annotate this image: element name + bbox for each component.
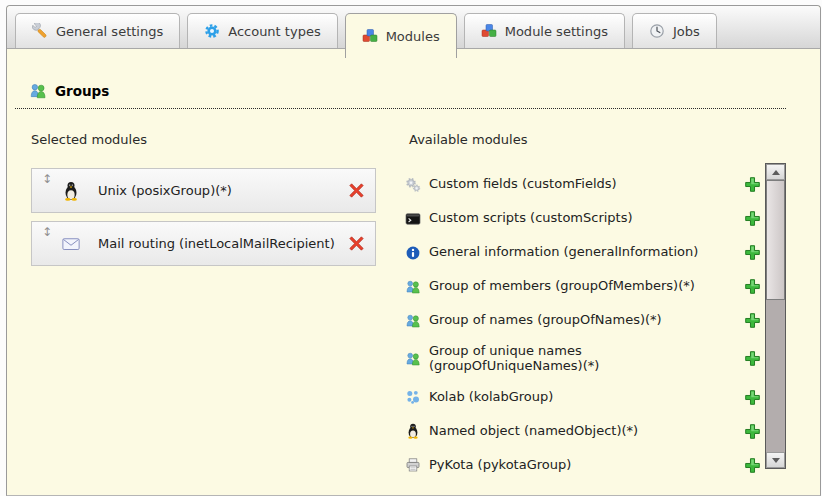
delete-icon (348, 182, 365, 199)
tab-account-types[interactable]: Account types (187, 13, 337, 48)
remove-module-button[interactable] (348, 182, 365, 199)
info-icon (405, 245, 421, 261)
add-module-button[interactable] (744, 389, 761, 406)
available-module-label: Group of names (groupOfNames)(*) (429, 313, 662, 328)
add-icon (744, 278, 761, 295)
add-icon (744, 457, 761, 474)
groups-icon (29, 82, 47, 100)
add-icon (744, 350, 761, 367)
available-module-label: Named object (namedObject)(*) (429, 424, 638, 439)
available-modules-scrollbar[interactable] (765, 163, 786, 469)
kolab-icon (405, 389, 421, 405)
clock-icon (649, 23, 665, 39)
add-module-button[interactable] (744, 278, 761, 295)
available-module-row: General information (generalInformation) (405, 242, 761, 263)
gear-icon (204, 23, 220, 39)
tab-label: Jobs (673, 24, 700, 39)
selected-modules-list: ↕ Unix (posixGroup)(*) ↕ Mail routing (i… (31, 168, 376, 266)
available-module-row: PyKota (pykotaGroup) (405, 455, 761, 476)
group-icon (405, 279, 421, 295)
section-title: Groups (55, 83, 109, 99)
add-icon (744, 389, 761, 406)
add-module-button[interactable] (744, 210, 761, 227)
tab-label: Modules (386, 29, 440, 44)
add-module-button[interactable] (744, 350, 761, 367)
tux-icon (405, 423, 421, 439)
modules-icon (362, 28, 378, 44)
add-icon (744, 312, 761, 329)
gears-icon (405, 177, 421, 193)
available-module-row: Group of names (groupOfNames)(*) (405, 310, 761, 331)
available-module-label: Custom scripts (customScripts) (429, 211, 633, 226)
selected-module-row: ↕ Mail routing (inetLocalMailRecipient) (31, 221, 376, 266)
delete-icon (348, 235, 365, 252)
selected-module-label: Unix (posixGroup)(*) (98, 183, 232, 198)
add-icon (744, 210, 761, 227)
selected-module-label: Mail routing (inetLocalMailRecipient) (98, 236, 335, 251)
add-icon (744, 244, 761, 261)
available-module-label: General information (generalInformation) (429, 245, 698, 260)
available-modules-list: Custom fields (customFields) Custom scri… (405, 174, 761, 476)
group-icon (405, 313, 421, 329)
scroll-down-icon (772, 458, 780, 463)
add-icon (744, 176, 761, 193)
available-module-label: Kolab (kolabGroup) (429, 390, 553, 405)
terminal-icon (405, 211, 421, 227)
tab-label: Module settings (505, 24, 608, 39)
printer-icon (405, 457, 421, 473)
add-module-button[interactable] (744, 312, 761, 329)
tab-module-settings[interactable]: Module settings (464, 13, 625, 48)
tab-label: Account types (228, 24, 320, 39)
available-module-row: Named object (namedObject)(*) (405, 421, 761, 442)
tab-general-settings[interactable]: General settings (15, 13, 180, 48)
add-module-button[interactable] (744, 423, 761, 440)
tab-label: General settings (56, 24, 163, 39)
add-icon (744, 423, 761, 440)
scroll-up-button[interactable] (766, 164, 785, 180)
drag-handle-icon[interactable]: ↕ (42, 225, 52, 239)
add-module-button[interactable] (744, 176, 761, 193)
available-module-label: Group of unique names (groupOfUniqueName… (429, 344, 724, 374)
drag-handle-icon[interactable]: ↕ (42, 172, 52, 186)
add-module-button[interactable] (744, 244, 761, 261)
scroll-down-button[interactable] (766, 452, 785, 468)
scroll-up-icon (772, 170, 780, 175)
remove-module-button[interactable] (348, 235, 365, 252)
available-module-row: Group of unique names (groupOfUniqueName… (405, 344, 761, 374)
available-module-row: Custom fields (customFields) (405, 174, 761, 195)
section-header: Groups (15, 82, 786, 109)
tux-icon (61, 181, 81, 201)
mail-icon (61, 234, 81, 254)
tab-jobs[interactable]: Jobs (632, 13, 717, 48)
available-module-label: PyKota (pykotaGroup) (429, 458, 571, 473)
available-module-label: Custom fields (customFields) (429, 177, 617, 192)
wrench-icon (32, 23, 48, 39)
available-module-label: Group of members (groupOfMembers)(*) (429, 279, 695, 294)
tab-list: General settings Account types Modules M… (15, 13, 717, 58)
available-modules-heading: Available modules (409, 132, 527, 147)
available-module-row: Group of members (groupOfMembers)(*) (405, 276, 761, 297)
selected-modules-heading: Selected modules (31, 132, 147, 147)
tab-modules[interactable]: Modules (345, 13, 457, 58)
settings-panel: General settings Account types Modules M… (6, 5, 821, 496)
available-module-row: Custom scripts (customScripts) (405, 208, 761, 229)
group-icon (405, 351, 421, 367)
add-module-button[interactable] (744, 457, 761, 474)
available-module-row: Kolab (kolabGroup) (405, 387, 761, 408)
scroll-thumb[interactable] (766, 180, 785, 300)
selected-module-row: ↕ Unix (posixGroup)(*) (31, 168, 376, 213)
module-settings-icon (481, 23, 497, 39)
